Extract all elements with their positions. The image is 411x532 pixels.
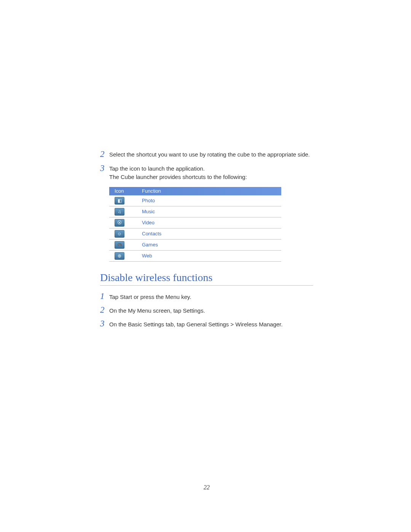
table-row: ⊕ Web: [109, 251, 281, 262]
step-number: 2: [100, 305, 109, 314]
table-cell-icon: ◧: [109, 197, 137, 204]
games-icon: 🎮: [115, 241, 124, 249]
step-item: 3 On the Basic Settings tab, tap General…: [100, 320, 313, 329]
step-text-part: or press the Menu key.: [132, 294, 191, 300]
photo-icon: ◧: [115, 197, 124, 204]
shortcut-table: Icon Function ◧ Photo ♫ Music ⦿ Video: [109, 187, 281, 262]
ui-term: General Settings: [186, 321, 229, 328]
step-text-line: The Cube launcher provides shortcuts to …: [109, 174, 247, 180]
step-number: 2: [100, 150, 109, 158]
web-icon: ⊕: [115, 252, 124, 260]
table-header-row: Icon Function: [109, 187, 281, 195]
video-icon: ⦿: [115, 219, 124, 227]
step-number: 1: [100, 292, 109, 300]
table-cell-icon: 🎮: [109, 241, 137, 249]
table-cell-function: Photo: [137, 198, 281, 203]
step-text-part: >: [229, 321, 235, 328]
table-row: ♫ Music: [109, 206, 281, 217]
table-cell-icon: ⊕: [109, 252, 137, 260]
document-page: 2 Select the shortcut you want to use by…: [0, 0, 411, 532]
table-row: ◧ Photo: [109, 195, 281, 206]
step-text-part: Tap: [109, 294, 120, 300]
step-number: 3: [100, 164, 109, 173]
table-cell-function: Web: [137, 253, 281, 259]
step-text-part: tab, tap: [164, 321, 186, 328]
content-area: 2 Select the shortcut you want to use by…: [100, 150, 313, 334]
step-item: 2 On the My Menu screen, tap Settings.: [100, 306, 313, 315]
step-text-part: On the: [109, 321, 128, 328]
steps-list: 1 Tap Start or press the Menu key. 2 On …: [100, 292, 313, 329]
music-icon: ♫: [115, 208, 124, 216]
ui-term: Start: [120, 294, 132, 300]
table-cell-function: Games: [137, 242, 281, 248]
table-header-icon: Icon: [109, 187, 137, 195]
page-number: 22: [100, 484, 313, 491]
step-item: 2 Select the shortcut you want to use by…: [100, 150, 313, 159]
step-item: 1 Tap Start or press the Menu key.: [100, 292, 313, 302]
table-cell-function: Video: [137, 220, 281, 225]
table-cell-icon: ☺: [109, 230, 137, 238]
step-text: On the Basic Settings tab, tap General S…: [109, 320, 313, 329]
section-heading: Disable wireless functions: [100, 272, 313, 286]
step-item: 3 Tap the icon to launch the application…: [100, 165, 313, 182]
step-text: On the My Menu screen, tap Settings.: [109, 306, 313, 315]
table-cell-function: Music: [137, 209, 281, 214]
table-row: ⦿ Video: [109, 217, 281, 228]
table-row: 🎮 Games: [109, 240, 281, 251]
table-cell-icon: ⦿: [109, 219, 137, 227]
step-text-part: screen, tap: [151, 307, 183, 314]
step-text-part: .: [204, 307, 205, 314]
table-cell-function: Contacts: [137, 231, 281, 236]
table-header-function: Function: [137, 187, 281, 195]
step-text-line: Tap the icon to launch the application.: [109, 165, 205, 172]
ui-term: Settings: [183, 307, 203, 314]
ui-term: Wireless Manager: [235, 321, 281, 328]
step-text-part: On the: [109, 307, 128, 314]
step-number: 3: [100, 319, 109, 328]
step-text: Tap Start or press the Menu key.: [109, 292, 313, 302]
contacts-icon: ☺: [115, 230, 124, 238]
ui-term: My Menu: [128, 307, 151, 314]
step-text: Tap the icon to launch the application. …: [109, 165, 313, 182]
table-cell-icon: ♫: [109, 208, 137, 216]
step-text-part: .: [281, 321, 283, 328]
ui-term: Basic Settings: [128, 321, 164, 328]
table-row: ☺ Contacts: [109, 228, 281, 240]
step-text: Select the shortcut you want to use by r…: [109, 150, 313, 159]
